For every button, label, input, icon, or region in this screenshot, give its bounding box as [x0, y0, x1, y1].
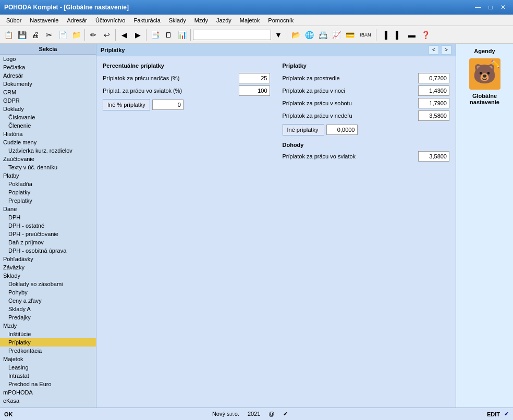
sidebar-item-peciatka[interactable]: Pečiatka	[0, 63, 96, 71]
panel-body: Percentuálne príplatky Príplatok za prác…	[96, 56, 456, 170]
sidebar-item-dane[interactable]: Dane	[0, 205, 96, 213]
toolbar-btn-1[interactable]: 📋	[2, 29, 15, 41]
menu-nastavenie[interactable]: Nastavenie	[26, 16, 63, 24]
status-right: EDIT ✔	[487, 411, 509, 417]
sidebar-item-doklady[interactable]: Doklady	[0, 105, 96, 113]
sidebar-item-dph-osobitna[interactable]: DPH - osobitná úprava	[0, 246, 96, 255]
sidebar-item-platby[interactable]: Platby	[0, 171, 96, 180]
field-value-sobota[interactable]	[418, 98, 449, 108]
menu-pomocnik[interactable]: Pomocník	[264, 16, 298, 24]
field-value-ine-percent[interactable]	[152, 100, 184, 110]
sidebar-item-pokladna[interactable]: Pokladňa	[0, 180, 96, 188]
toolbar-btn-14[interactable]: 📂	[289, 29, 302, 41]
sidebar-item-leasing[interactable]: Leasing	[0, 363, 96, 372]
field-value-nedela[interactable]	[418, 110, 449, 121]
toolbar-btn-22[interactable]: ❓	[419, 29, 432, 41]
ine-percent-priplatky-btn[interactable]: Iné % príplatky	[103, 99, 150, 110]
minimize-button[interactable]: —	[472, 3, 484, 12]
sidebar-item-dph-preuctovanie[interactable]: DPH - preúčtovanie	[0, 230, 96, 238]
sidebar-item-dokumenty[interactable]: Dokumenty	[0, 80, 96, 88]
sidebar-item-pohyby[interactable]: Pohyby	[0, 288, 96, 297]
sidebar-item-institucie[interactable]: Inštitúcie	[0, 330, 96, 338]
menu-mzdy[interactable]: Mzdy	[190, 16, 212, 24]
sidebar-item-texty[interactable]: Texty v úč. denníku	[0, 163, 96, 171]
toolbar-btn-8[interactable]: ↩	[101, 29, 113, 41]
toolbar-btn-17[interactable]: 📈	[330, 29, 343, 41]
menu-subor[interactable]: Súbor	[2, 16, 26, 24]
sidebar-item-crm[interactable]: CRM	[0, 88, 96, 96]
sidebar-item-adresar[interactable]: Adresár	[0, 71, 96, 80]
toolbar-btn-13[interactable]: 📊	[176, 29, 188, 41]
toolbar-btn-10[interactable]: ▶	[131, 29, 144, 41]
toolbar-btn-7[interactable]: ✏	[87, 29, 100, 41]
status-edit-label: EDIT	[487, 411, 500, 417]
menu-majetok[interactable]: Majetok	[236, 16, 264, 24]
toolbar-filter-btn[interactable]: ▼	[272, 29, 285, 41]
close-button[interactable]: ✕	[497, 3, 509, 12]
toolbar-btn-3[interactable]: 🖨	[29, 29, 42, 41]
sidebar-item-ceny-a-zlavy[interactable]: Ceny a zľavy	[0, 297, 96, 305]
status-ok-btn[interactable]: OK	[4, 411, 13, 417]
sidebar-item-cudzie-meny[interactable]: Cudzie meny	[0, 138, 96, 146]
maximize-button[interactable]: □	[485, 3, 496, 12]
sidebar-item-poplatky[interactable]: Poplatky	[0, 188, 96, 196]
panel-prev-btn[interactable]: <	[429, 45, 439, 55]
sidebar-item-uzavierka[interactable]: Uzávierka kurz. rozdielov	[0, 146, 96, 155]
field-value-sviatok[interactable]: 100	[239, 85, 270, 96]
ine-priplatky-btn[interactable]: Iné príplatky	[283, 124, 324, 135]
sidebar-item-cislovanie[interactable]: Číslovanie	[0, 113, 96, 121]
field-value-prostredie[interactable]	[418, 73, 449, 83]
toolbar-btn-11[interactable]: 📑	[149, 29, 161, 41]
menu-uctovnictvo[interactable]: Účtovníctvo	[91, 16, 129, 24]
panel-next-btn[interactable]: >	[441, 45, 451, 55]
sidebar-item-gdpr[interactable]: GDPR	[0, 96, 96, 105]
sidebar-item-pohladavky[interactable]: Pohľadávky	[0, 255, 96, 263]
sidebar-item-mpohoda[interactable]: mPOHODA	[0, 388, 96, 397]
field-value-nadcas[interactable]: 25	[239, 73, 270, 83]
field-row-sobota: Príplatok za prácu v sobotu	[283, 98, 450, 108]
sidebar-item-zaucovanie[interactable]: Zaúčtovanie	[0, 155, 96, 163]
menu-adresar[interactable]: Adresár	[63, 16, 91, 24]
sidebar-item-intrastat[interactable]: Intrastat	[0, 372, 96, 380]
sidebar-item-dph[interactable]: DPH	[0, 213, 96, 221]
toolbar-btn-15[interactable]: 🌐	[303, 29, 315, 41]
toolbar-search[interactable]	[193, 30, 271, 40]
sidebar-item-preplatky[interactable]: Preplatky	[0, 196, 96, 205]
sidebar-item-mzdy[interactable]: Mzdy	[0, 322, 96, 330]
toolbar-btn-6[interactable]: 📁	[70, 29, 82, 41]
sidebar-item-zavazky[interactable]: Záväzky	[0, 263, 96, 271]
toolbar-btn-19[interactable]: ▐	[378, 29, 391, 41]
toolbar-btn-9[interactable]: ◀	[118, 29, 130, 41]
menu-jazdy[interactable]: Jazdy	[212, 16, 236, 24]
sidebar-item-sklady-a[interactable]: Sklady A	[0, 305, 96, 313]
sidebar-item-ekasa[interactable]: eKasa	[0, 397, 96, 405]
sidebar-item-majetok[interactable]: Majetok	[0, 355, 96, 363]
toolbar-btn-20[interactable]: ▌	[392, 29, 405, 41]
toolbar-btn-18[interactable]: 💳	[344, 29, 356, 41]
agendy-icon[interactable]: 🐻 ✏️	[469, 58, 500, 90]
sidebar-item-logo[interactable]: Logo	[0, 55, 96, 63]
sidebar-item-dan-z-prijmov[interactable]: Daň z príjmov	[0, 238, 96, 246]
sidebar-item-sklady[interactable]: Sklady	[0, 271, 96, 280]
menu-fakturacia[interactable]: Fakturácia	[129, 16, 164, 24]
sidebar-item-doklady-so-zasobami[interactable]: Doklady so zásobami	[0, 280, 96, 288]
menu-sklady[interactable]: Sklady	[165, 16, 190, 24]
toolbar-btn-2[interactable]: 💾	[16, 29, 28, 41]
field-label-nadcas: Príplatok za prácu nadčas (%)	[103, 75, 237, 81]
sidebar-item-predkontacia[interactable]: Predkontácia	[0, 347, 96, 355]
sidebar-item-historia[interactable]: História	[0, 130, 96, 138]
sidebar-item-clenenie[interactable]: Členenie	[0, 121, 96, 130]
sidebar-item-predajky[interactable]: Predajky	[0, 313, 96, 322]
toolbar-btn-iban[interactable]: IBAN	[357, 29, 374, 41]
field-value-noc[interactable]	[418, 85, 449, 96]
sidebar-item-prechod-na-euro[interactable]: Prechod na Euro	[0, 380, 96, 388]
sidebar-item-dph-ostatne[interactable]: DPH - ostatné	[0, 221, 96, 230]
sidebar-item-priplatky[interactable]: Príplatky	[0, 338, 96, 347]
toolbar-btn-5[interactable]: 📄	[56, 29, 69, 41]
field-value-dohody-sviatok[interactable]	[418, 151, 449, 162]
toolbar-btn-21[interactable]: ▬	[406, 29, 418, 41]
toolbar-btn-4[interactable]: ✂	[43, 29, 55, 41]
toolbar-btn-16[interactable]: 📇	[316, 29, 329, 41]
field-value-ine-priplatky[interactable]	[326, 125, 358, 135]
toolbar-btn-12[interactable]: 🗒	[162, 29, 175, 41]
